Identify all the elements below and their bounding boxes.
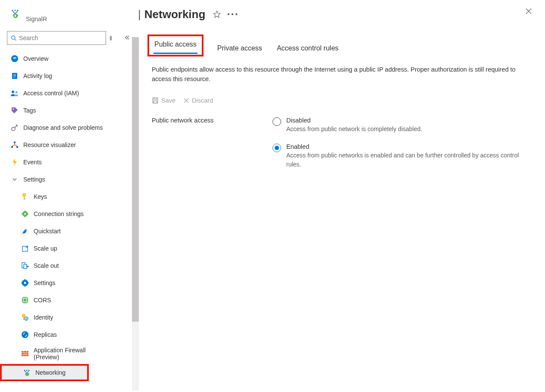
sidebar-item-access-control[interactable]: Access control (IAM) xyxy=(7,85,132,102)
svg-point-32 xyxy=(24,282,26,284)
svg-marker-4 xyxy=(214,11,220,17)
sidebar-item-events[interactable]: Events xyxy=(7,154,132,171)
signalr-service-icon xyxy=(9,8,22,21)
save-button[interactable]: Save xyxy=(152,97,175,104)
sidebar-item-application-firewall[interactable]: Application Firewall (Preview) xyxy=(7,343,132,364)
toolbar: Save Discard xyxy=(152,97,528,104)
replicas-icon xyxy=(20,331,30,339)
svg-rect-3 xyxy=(15,15,16,17)
sidebar-item-activity-log[interactable]: Activity log xyxy=(7,67,132,85)
sidebar-item-identity[interactable]: Identity xyxy=(7,309,132,326)
sidebar-item-cors[interactable]: CORS xyxy=(7,292,132,309)
svg-rect-35 xyxy=(21,282,22,283)
sidebar-item-label: Tags xyxy=(23,107,36,114)
page-title: | Networking ··· xyxy=(138,8,239,21)
radio-enabled[interactable]: Enabled Access from public networks is e… xyxy=(272,143,528,169)
svg-point-55 xyxy=(28,370,30,371)
svg-rect-20 xyxy=(11,146,13,148)
main-content: Public access Private access Access cont… xyxy=(132,28,545,392)
close-button[interactable] xyxy=(525,8,532,17)
sidebar-item-tags[interactable]: Tags xyxy=(7,102,132,119)
sidebar-item-networking[interactable]: Networking xyxy=(0,364,89,381)
radio-circle-selected-icon xyxy=(272,144,281,152)
sidebar-item-label: Replicas xyxy=(34,331,57,338)
svg-rect-33 xyxy=(25,279,25,280)
discard-icon xyxy=(183,97,189,103)
svg-point-53 xyxy=(24,370,25,371)
svg-point-10 xyxy=(14,58,15,59)
svg-point-16 xyxy=(16,91,18,94)
svg-point-27 xyxy=(24,213,26,215)
sidebar-item-label: Connection strings xyxy=(34,210,84,217)
tab-access-control-rules[interactable]: Access control rules xyxy=(276,42,339,56)
keys-icon xyxy=(20,193,30,201)
sidebar-item-connection-strings[interactable]: Connection strings xyxy=(7,205,132,223)
favorite-star-icon[interactable] xyxy=(213,8,221,21)
sidebar-item-resource-visualizer[interactable]: Resource visualizer xyxy=(7,136,132,154)
svg-rect-30 xyxy=(24,264,27,269)
radio-disabled-label: Disabled xyxy=(286,117,422,124)
events-icon xyxy=(9,158,20,166)
sidebar-item-scale-out[interactable]: Scale out xyxy=(7,257,132,274)
access-control-icon xyxy=(9,90,20,97)
search-input[interactable] xyxy=(16,34,102,42)
radio-enabled-desc: Access from public networks is enabled a… xyxy=(286,151,528,169)
tags-icon xyxy=(9,107,20,114)
svg-rect-21 xyxy=(16,146,18,148)
diagnose-icon xyxy=(9,124,20,132)
search-icon xyxy=(11,35,16,41)
gear-icon xyxy=(20,279,30,287)
radio-disabled[interactable]: Disabled Access from public network is c… xyxy=(272,117,528,134)
svg-rect-36 xyxy=(28,282,29,283)
svg-rect-58 xyxy=(153,101,157,103)
sidebar-item-diagnose[interactable]: Diagnose and solve problems xyxy=(7,119,132,136)
sidebar-item-label: Settings xyxy=(34,279,56,286)
discard-label: Discard xyxy=(192,97,213,104)
sidebar-item-label: Quickstart xyxy=(34,228,61,235)
tab-public-access[interactable]: Public access xyxy=(153,38,197,54)
radio-enabled-label: Enabled xyxy=(286,143,528,150)
sidebar-item-quickstart[interactable]: Quickstart xyxy=(7,223,132,240)
svg-point-41 xyxy=(23,315,25,317)
svg-rect-57 xyxy=(154,98,157,100)
svg-point-7 xyxy=(12,36,15,39)
svg-point-15 xyxy=(12,91,14,93)
svg-rect-34 xyxy=(25,285,25,287)
sidebar-group-settings[interactable]: Settings xyxy=(7,171,132,188)
save-label: Save xyxy=(161,97,175,104)
sidebar-item-label: Resource visualizer xyxy=(23,141,76,148)
sidebar-item-replicas[interactable]: Replicas xyxy=(7,326,132,343)
search-input-wrapper[interactable] xyxy=(7,31,106,45)
svg-point-1 xyxy=(15,10,16,11)
sidebar-item-label: Application Firewall (Preview) xyxy=(34,347,98,361)
service-name-label: SignalR xyxy=(26,6,47,22)
cors-icon xyxy=(20,296,30,304)
sidebar-item-label: Scale out xyxy=(34,262,59,269)
chevron-down-icon xyxy=(9,177,20,182)
sidebar-item-overview[interactable]: Overview xyxy=(7,50,132,67)
firewall-icon xyxy=(20,351,30,357)
scale-up-icon xyxy=(20,245,30,252)
tab-private-access[interactable]: Private access xyxy=(216,42,263,56)
tabs: Public access Private access Access cont… xyxy=(152,36,528,56)
expand-collapse-icon[interactable]: ▴▾ xyxy=(110,35,112,41)
svg-point-18 xyxy=(12,127,15,131)
sidebar-item-settings[interactable]: Settings xyxy=(7,274,132,292)
tab-description: Public endpoints allow access to this re… xyxy=(152,65,527,84)
more-icon[interactable]: ··· xyxy=(227,8,239,21)
sidebar-item-scale-up[interactable]: Scale up xyxy=(7,240,132,257)
discard-button[interactable]: Discard xyxy=(183,97,213,104)
svg-point-23 xyxy=(24,194,25,196)
svg-point-17 xyxy=(13,109,14,110)
svg-rect-19 xyxy=(14,141,16,143)
collapse-sidebar-icon[interactable] xyxy=(124,34,130,42)
resource-visualizer-icon xyxy=(9,141,20,149)
sidebar-item-label: Identity xyxy=(34,314,53,321)
sidebar: ▴▾ Overview Activity log Access control xyxy=(0,28,132,392)
scale-out-icon xyxy=(20,262,30,270)
radio-circle-icon xyxy=(272,117,281,126)
sidebar-item-keys[interactable]: Keys xyxy=(7,188,132,205)
svg-point-44 xyxy=(22,331,28,338)
public-network-access-label: Public network access xyxy=(152,117,238,169)
svg-point-37 xyxy=(22,297,28,304)
